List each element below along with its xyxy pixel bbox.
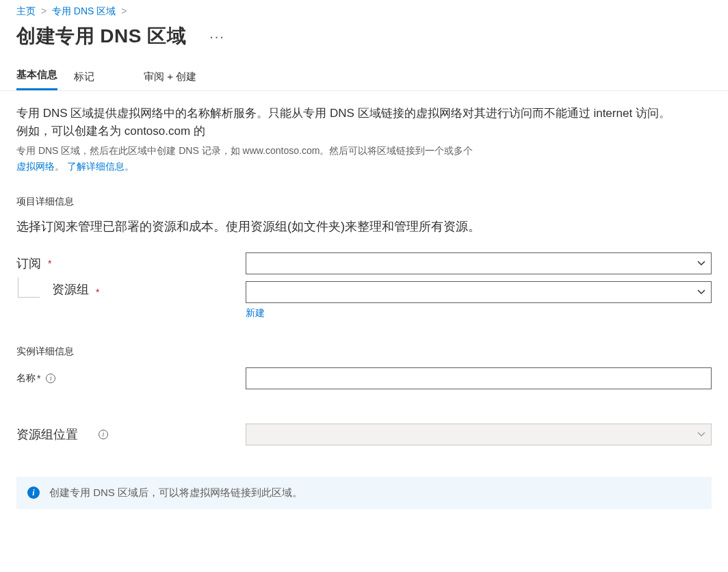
more-button[interactable]: ··· — [209, 29, 225, 44]
resource-group-location-label: 资源组位置 i — [16, 426, 246, 443]
info-icon: i — [27, 486, 40, 499]
resource-group-select[interactable] — [246, 281, 712, 303]
breadcrumb-home[interactable]: 主页 — [16, 5, 36, 16]
tab-review-create[interactable]: 审阅 + 创建 — [144, 64, 196, 90]
tab-bar: 基本信息 标记 审阅 + 创建 — [0, 62, 728, 91]
project-details-heading: 项目详细信息 — [16, 196, 712, 208]
page-header: 创建专用 DNS 区域 ··· — [0, 22, 728, 62]
name-label: 名称 * i — [16, 372, 246, 385]
chevron-down-icon — [697, 259, 705, 268]
breadcrumb-dns-zones[interactable]: 专用 DNS 区域 — [52, 5, 116, 16]
instance-details-heading: 实例详细信息 — [16, 346, 712, 358]
tree-connector-icon — [18, 277, 40, 298]
intro-desc-line2: 专用 DNS 区域，然后在此区域中创建 DNS 记录，如 www.contoso… — [16, 144, 673, 158]
tab-tags[interactable]: 标记 — [74, 64, 94, 90]
info-icon[interactable]: i — [99, 430, 108, 439]
page-title: 创建专用 DNS 区域 — [16, 23, 186, 49]
learn-more-link[interactable]: 了解详细信息。 — [67, 161, 134, 172]
tab-basic[interactable]: 基本信息 — [16, 62, 57, 90]
subscription-select[interactable] — [246, 252, 712, 274]
resource-group-create-new-link[interactable]: 新建 — [246, 307, 712, 320]
required-asterisk: * — [48, 258, 51, 269]
info-icon[interactable]: i — [46, 374, 55, 383]
resource-group-location-select — [246, 424, 712, 445]
chevron-right-icon: > — [121, 5, 127, 16]
required-asterisk: * — [96, 287, 99, 298]
info-banner: i 创建专用 DNS 区域后，可以将虚拟网络链接到此区域。 — [16, 477, 712, 509]
resource-group-label: 资源组 — [52, 281, 89, 298]
chevron-down-icon — [697, 430, 705, 439]
breadcrumb: 主页 > 专用 DNS 区域 > — [0, 0, 728, 22]
intro-desc-line3: 虚拟网络。 了解详细信息。 — [16, 159, 673, 174]
chevron-down-icon — [697, 288, 705, 296]
chevron-right-icon: > — [41, 5, 47, 16]
subscription-label: 订阅 * — [16, 255, 246, 272]
name-input[interactable] — [246, 367, 712, 389]
virtual-network-link[interactable]: 虚拟网络 — [16, 161, 55, 172]
info-banner-text: 创建专用 DNS 区域后，可以将虚拟网络链接到此区域。 — [49, 486, 302, 499]
intro-desc-line1: 专用 DNS 区域提供虚拟网络中的名称解析服务。只能从专用 DNS 区域链接的虚… — [16, 105, 673, 141]
project-details-desc: 选择订阅来管理已部署的资源和成本。使用资源组(如文件夹)来整理和管理所有资源。 — [16, 218, 673, 236]
